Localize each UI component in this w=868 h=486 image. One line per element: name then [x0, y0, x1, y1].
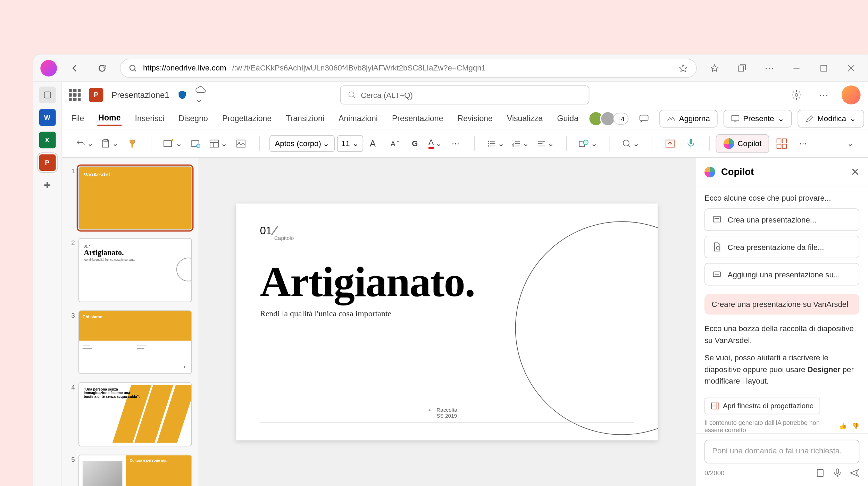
copilot-suggestion-from-file[interactable]: Crea presentazione da file... — [704, 236, 859, 258]
thumbs-down-icon[interactable]: 👎 — [852, 422, 859, 429]
favorite-icon[interactable] — [678, 63, 688, 73]
tab-file[interactable]: File — [70, 111, 85, 125]
font-family-select[interactable]: Aptos (corpo)⌄ — [269, 135, 335, 152]
font-size-select[interactable]: 11⌄ — [337, 135, 363, 152]
toolbar-more-button[interactable]: ⋯ — [794, 134, 812, 152]
font-color-button[interactable]: A ⌄ — [426, 134, 444, 152]
designer-icon — [711, 401, 719, 410]
tab-view[interactable]: Visualizza — [506, 111, 544, 125]
copilot-logo-icon — [704, 166, 715, 177]
picture-button[interactable] — [232, 134, 250, 152]
slide-thumbnail-4[interactable]: "Una persona senza immaginazione è come … — [78, 382, 192, 446]
numbering-button[interactable]: 123⌄ — [509, 134, 532, 152]
designer-button[interactable] — [661, 134, 679, 152]
svg-point-18 — [488, 143, 489, 144]
slide-thumbnail-5[interactable]: Cultura e persone qui. — [78, 454, 192, 486]
address-bar[interactable]: https://onedrive.live.com/:w:/t/EaCKkPs6… — [120, 58, 697, 77]
svg-rect-38 — [836, 469, 839, 474]
svg-rect-28 — [777, 139, 781, 143]
back-button[interactable] — [65, 58, 84, 77]
paste-button[interactable]: ⌄ — [99, 134, 121, 152]
slide-thumbnail-3[interactable]: Chi siamo. ▬▬▬▬▬▬▬▬▬▬▬▬▬▬ → — [78, 310, 192, 374]
copilot-mic-icon[interactable] — [833, 468, 842, 478]
copilot-suggestion-add-about[interactable]: Aggiungi una presentazione su... — [704, 263, 859, 285]
bold-button[interactable]: G — [406, 134, 424, 152]
rail-word-icon[interactable]: W — [39, 109, 56, 126]
url-host: https://onedrive.live.com — [143, 64, 226, 73]
present-button[interactable]: Presente ⌄ — [724, 109, 792, 127]
sensitivity-shield-icon[interactable] — [178, 90, 187, 100]
document-title[interactable]: Presentazione1 — [111, 90, 169, 100]
tab-slideshow[interactable]: Presentazione — [391, 111, 444, 125]
maximize-button[interactable] — [814, 58, 833, 77]
dictate-button[interactable] — [682, 134, 700, 152]
designer-grid-button[interactable] — [773, 134, 791, 152]
tab-home[interactable]: Home — [97, 111, 122, 126]
search-input[interactable]: Cerca (ALT+Q) — [340, 85, 589, 104]
comments-icon[interactable] — [635, 109, 654, 128]
increase-font-button[interactable]: Aˆ — [366, 134, 383, 152]
copilot-response-2: Se vuoi, posso aiutarti a riscrivere le … — [704, 352, 859, 387]
tab-help[interactable]: Guida — [556, 111, 579, 125]
tab-transitions[interactable]: Transizioni — [285, 111, 326, 125]
format-painter-button[interactable] — [124, 134, 141, 152]
svg-rect-11 — [164, 140, 172, 146]
cloud-sync-icon[interactable]: ⌄ — [195, 86, 206, 104]
favorites-icon[interactable] — [705, 58, 724, 77]
slide-canvas[interactable]: 01/ Capitolo Artigianato. Rendi la quali… — [236, 203, 658, 441]
tab-insert[interactable]: Inserisci — [134, 111, 165, 125]
rail-add-button[interactable]: + — [39, 177, 56, 193]
minimize-button[interactable] — [787, 58, 806, 77]
svg-rect-32 — [713, 217, 721, 222]
copilot-input[interactable]: Poni una domanda o fai una richiesta. — [704, 440, 859, 463]
presence-avatars[interactable]: +4 — [592, 111, 629, 126]
more-options-icon[interactable]: ⋯ — [814, 85, 833, 104]
slide-thumbnail-2[interactable]: 01 / Artigianato. Rendi la qualità l'uni… — [78, 238, 192, 302]
undo-button[interactable]: ⌄ — [74, 134, 96, 152]
tab-design[interactable]: Progettazione — [221, 111, 273, 125]
copilot-title: Copilot — [721, 166, 754, 177]
settings-icon[interactable] — [787, 85, 806, 104]
thumbs-up-icon[interactable]: 👍 — [839, 422, 847, 429]
browser-profile-avatar[interactable] — [40, 60, 57, 76]
new-slide-button[interactable]: ⌄ — [161, 134, 184, 152]
copilot-send-button[interactable] — [850, 468, 859, 478]
refresh-button[interactable] — [93, 58, 112, 77]
rail-powerpoint-icon[interactable]: P — [39, 154, 56, 171]
svg-point-4 — [349, 92, 354, 97]
font-more-button[interactable]: ⋯ — [447, 134, 465, 152]
rail-excel-icon[interactable]: X — [39, 132, 56, 148]
align-button[interactable]: ⌄ — [534, 134, 557, 152]
decrease-font-button[interactable]: Aˇ — [386, 134, 403, 152]
reuse-slides-button[interactable] — [187, 134, 205, 152]
tab-draw[interactable]: Disegno — [177, 111, 209, 125]
tab-review[interactable]: Revisione — [456, 111, 494, 125]
svg-rect-7 — [732, 115, 739, 120]
copilot-attach-icon[interactable] — [816, 468, 825, 478]
browser-toolbar: https://onedrive.live.com/:w:/t/EaCKkPs6… — [33, 55, 868, 82]
close-button[interactable] — [842, 58, 861, 77]
copilot-disclaimer: Il contenuto generato dall'IA potrebbe n… — [704, 419, 859, 433]
open-designer-button[interactable]: Apri finestra di progettazione — [704, 397, 820, 414]
layout-button[interactable]: ⌄ — [207, 134, 230, 152]
user-avatar[interactable] — [842, 85, 861, 104]
editing-mode-button[interactable]: Modifica ⌄ — [798, 109, 864, 127]
collections-icon[interactable] — [732, 58, 751, 77]
svg-rect-15 — [237, 140, 245, 147]
bullets-button[interactable]: ⌄ — [484, 134, 507, 152]
search-icon — [348, 91, 356, 99]
shapes-button[interactable]: ⌄ — [576, 134, 600, 152]
ribbon-collapse-button[interactable]: ⌄ — [842, 134, 859, 152]
copilot-close-button[interactable]: ✕ — [851, 165, 860, 178]
copilot-suggestion-create[interactable]: Crea una presentazione... — [704, 208, 859, 231]
copilot-ribbon-button[interactable]: Copilot — [716, 134, 769, 153]
svg-point-13 — [197, 144, 200, 148]
catchup-button[interactable]: Aggiorna — [659, 109, 718, 127]
slide-thumbnail-1[interactable]: VanArsdel — [78, 166, 192, 230]
rail-home-icon[interactable] — [39, 87, 56, 103]
find-button[interactable]: ⌄ — [619, 134, 642, 152]
app-rail: W X P + — [33, 82, 62, 486]
app-launcher-icon[interactable] — [69, 89, 81, 101]
browser-more-icon[interactable]: ⋯ — [760, 58, 779, 77]
tab-animations[interactable]: Animazioni — [337, 111, 379, 125]
